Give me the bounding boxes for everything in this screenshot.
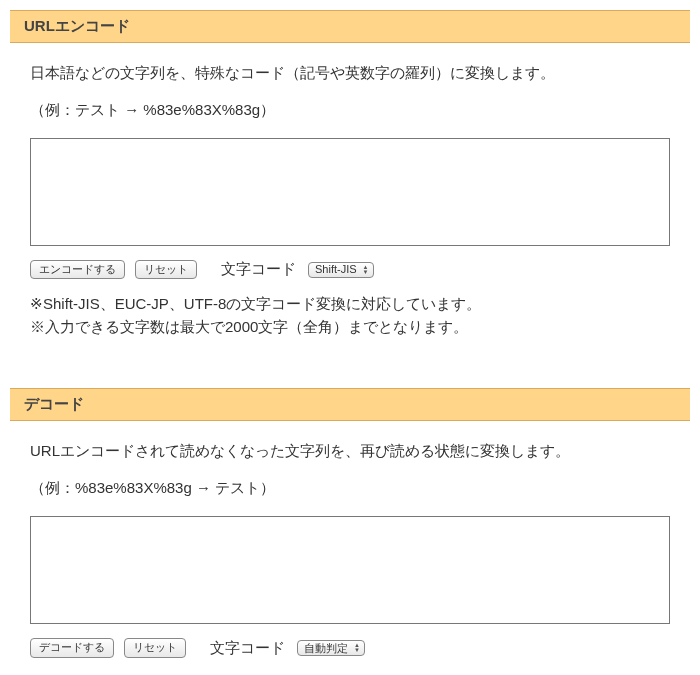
encode-header-text: URLエンコード [24,17,130,34]
encode-header: URLエンコード [10,10,690,43]
decode-button[interactable]: デコードする [30,638,114,657]
encode-charset-label: 文字コード [221,260,296,279]
encode-controls: エンコードする リセット 文字コード Shift-JIS ▲▼ [30,260,670,279]
encode-example: （例：テスト → %83e%83X%83g） [30,101,670,120]
decode-header: デコード [10,388,690,421]
decode-charset-value: 自動判定 [304,640,348,657]
encode-charset-select[interactable]: Shift-JIS ▲▼ [308,262,374,278]
decode-charset-label: 文字コード [210,639,285,658]
encode-note-2: ※入力できる文字数は最大で2000文字（全角）までとなります。 [30,316,670,339]
encode-charset-value: Shift-JIS [315,261,357,278]
select-arrows-icon: ▲▼ [354,643,360,653]
decode-input[interactable] [30,516,670,624]
decode-example: （例：%83e%83X%83g → テスト） [30,479,670,498]
decode-reset-button[interactable]: リセット [124,638,186,657]
encode-reset-button[interactable]: リセット [135,260,197,279]
encode-body: 日本語などの文字列を、特殊なコード（記号や英数字の羅列）に変換します。 （例：テ… [10,61,690,358]
decode-description: URLエンコードされて読めなくなった文字列を、再び読める状態に変換します。 [30,439,670,463]
encode-note-1: ※Shift-JIS、EUC-JP、UTF-8の文字コード変換に対応しています。 [30,293,670,316]
decode-header-text: デコード [24,395,84,412]
encode-description: 日本語などの文字列を、特殊なコード（記号や英数字の羅列）に変換します。 [30,61,670,85]
select-arrows-icon: ▲▼ [363,265,369,275]
decode-controls: デコードする リセット 文字コード 自動判定 ▲▼ [30,638,670,657]
encode-input[interactable] [30,138,670,246]
decode-charset-select[interactable]: 自動判定 ▲▼ [297,640,365,656]
decode-body: URLエンコードされて読めなくなった文字列を、再び読める状態に変換します。 （例… [10,439,690,675]
encode-button[interactable]: エンコードする [30,260,125,279]
